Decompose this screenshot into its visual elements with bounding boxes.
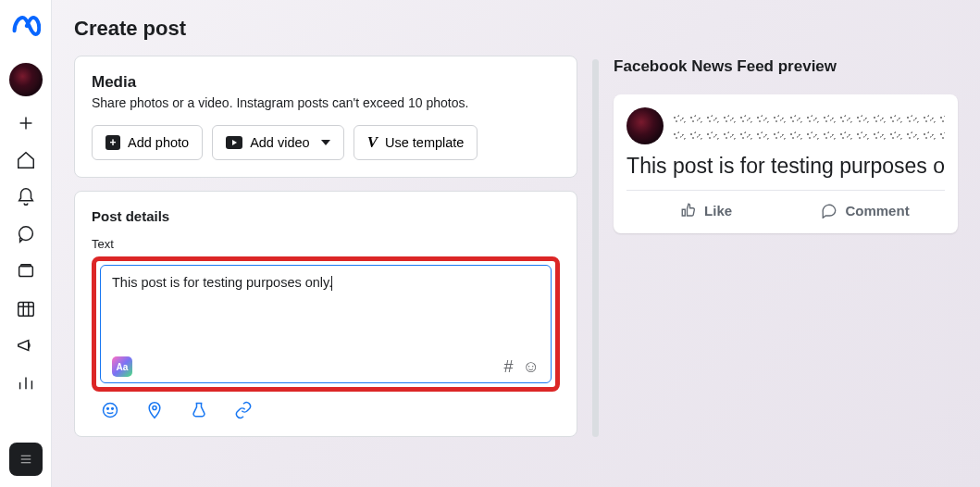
preview-avatar (626, 107, 664, 144)
comment-icon (821, 202, 837, 219)
media-subtitle: Share photos or a video. Instagram posts… (92, 95, 560, 110)
highlight-annotation: This post is for testing purposes only. … (92, 256, 560, 392)
template-icon: V (367, 133, 378, 152)
notifications-icon[interactable] (16, 187, 36, 207)
like-button[interactable]: Like (626, 196, 786, 224)
messages-icon[interactable] (16, 224, 36, 244)
svg-point-2 (19, 227, 32, 241)
comment-label: Comment (845, 203, 909, 219)
comment-button[interactable]: Comment (786, 196, 945, 224)
ads-icon[interactable] (16, 335, 36, 356)
location-icon[interactable] (145, 401, 164, 419)
media-title: Media (92, 73, 560, 92)
add-photo-label: Add photo (128, 135, 189, 150)
insights-icon[interactable] (16, 372, 36, 393)
post-extras-toolbar (92, 401, 560, 419)
svg-rect-4 (20, 265, 31, 267)
meta-logo[interactable] (11, 11, 41, 41)
preview-page-name (673, 111, 945, 141)
user-avatar[interactable] (9, 63, 43, 96)
preview-post-text: This post is for testing purposes o (626, 154, 945, 179)
preview-column: Facebook News Feed preview This post is … (614, 56, 958, 233)
video-icon (226, 136, 242, 149)
content-icon[interactable] (16, 261, 36, 281)
hashtag-button[interactable]: # (504, 357, 514, 377)
use-template-label: Use template (385, 135, 464, 150)
add-video-label: Add video (250, 135, 310, 150)
home-icon[interactable] (16, 150, 36, 170)
plus-icon: + (105, 135, 120, 150)
planner-icon[interactable] (16, 298, 36, 318)
left-sidebar (0, 0, 52, 487)
svg-point-15 (104, 404, 118, 418)
feeling-icon[interactable] (101, 401, 119, 419)
ab-test-icon[interactable] (190, 401, 208, 419)
post-details-card: Post details Text This post is for testi… (74, 191, 577, 437)
menu-button[interactable] (9, 443, 43, 476)
preview-card: This post is for testing purposes o Like… (614, 94, 958, 233)
add-photo-button[interactable]: + Add photo (92, 125, 203, 160)
chevron-down-icon (321, 140, 330, 145)
page-title: Create post (74, 17, 958, 41)
thumb-up-icon (680, 202, 697, 219)
emoji-button[interactable]: ☺ (523, 357, 540, 377)
link-icon[interactable] (234, 401, 253, 419)
use-template-button[interactable]: V Use template (354, 125, 478, 160)
svg-point-16 (107, 408, 109, 410)
post-text-input[interactable]: This post is for testing purposes only. … (100, 265, 552, 383)
svg-rect-3 (19, 267, 32, 277)
media-card: Media Share photos or a video. Instagram… (74, 56, 577, 178)
text-style-button[interactable]: Aa (112, 356, 132, 377)
svg-point-18 (153, 406, 156, 409)
text-label: Text (92, 237, 560, 251)
like-label: Like (704, 203, 732, 219)
main-content: Create post Media Share photos or a vide… (52, 0, 980, 487)
svg-rect-5 (18, 303, 33, 317)
svg-point-17 (112, 408, 114, 410)
add-video-button[interactable]: Add video (212, 125, 344, 160)
post-details-label: Post details (92, 208, 560, 224)
preview-title: Facebook News Feed preview (614, 57, 958, 76)
create-icon[interactable] (16, 113, 36, 133)
post-text-value: This post is for testing purposes only. (112, 275, 332, 290)
scrollbar[interactable] (592, 59, 599, 437)
